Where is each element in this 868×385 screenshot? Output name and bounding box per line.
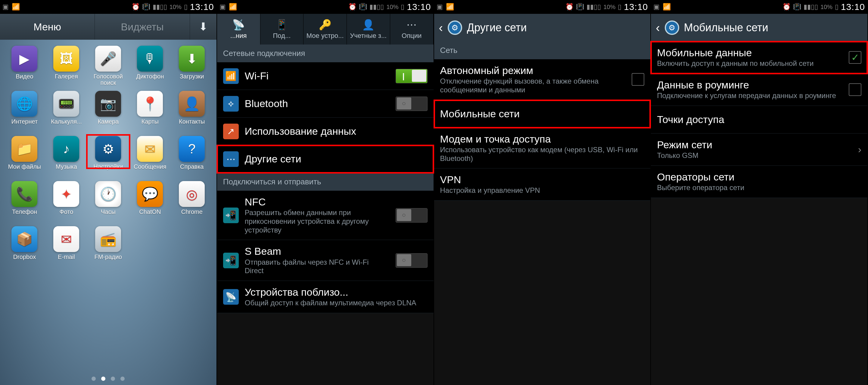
back-icon[interactable]: ‹ [439, 21, 443, 35]
section-network: Сеть [434, 41, 651, 59]
app-Настройки[interactable]: ⚙Настройки [88, 136, 129, 177]
screen-app-drawer: ▣📶 ⏰ 📳 ▮▮▯▯ 10% ▯ 13:10 Меню Виджеты ⬇ ▶… [0, 0, 217, 385]
toggle[interactable] [396, 97, 428, 111]
app-Мои файлы[interactable]: 📁Мои файлы [4, 136, 45, 177]
app-Dropbox[interactable]: 📦Dropbox [4, 226, 45, 267]
app-icon: 📞 [11, 181, 37, 207]
app-label: Музыка [56, 164, 77, 177]
app-label: ChatON [139, 209, 161, 222]
tab-widgets[interactable]: Виджеты [95, 14, 190, 40]
row-icon: 📶 [223, 68, 239, 84]
list-item[interactable]: ↗Использование данных [217, 117, 434, 145]
checkbox[interactable] [849, 83, 861, 96]
notification-icon: ▣ [653, 3, 660, 11]
app-label: Голосовой поиск [88, 73, 129, 86]
list-item[interactable]: ⟡Bluetooth [217, 90, 434, 117]
app-Камера[interactable]: 📷Камера [88, 91, 129, 132]
row-subtitle: Общий доступ к файлам мультимедиа через … [245, 299, 428, 307]
list-item[interactable]: 📶Wi-Fi [217, 62, 434, 90]
tab-label: ...ния [230, 32, 247, 40]
alarm-icon: ⏰ [348, 3, 356, 11]
alarm-icon: ⏰ [782, 3, 790, 11]
row-subtitle: Настройка и управление VPN [440, 186, 645, 195]
list-item[interactable]: VPNНастройка и управление VPN [434, 168, 651, 201]
app-ChatON[interactable]: 💬ChatON [130, 181, 170, 222]
app-Галерея[interactable]: 🖼Галерея [46, 46, 87, 86]
list-item[interactable]: 📡Устройства поблизо...Общий доступ к фай… [217, 281, 434, 313]
settings-tab[interactable]: 📱Под... [260, 14, 304, 44]
signal-icon: ▮▮▯▯ [804, 3, 818, 11]
download-icon[interactable]: ⬇ [190, 21, 216, 33]
settings-top-tabs: 📡...ния📱Под...🔑Мое устро...👤Учетные з...… [217, 14, 434, 44]
back-icon[interactable]: ‹ [656, 21, 660, 35]
list-item[interactable]: Данные в роумингеПодключение к услугам п… [651, 74, 867, 106]
app-Калькуля...[interactable]: 📟Калькуля... [46, 91, 87, 132]
row-subtitle: Только GSM [657, 151, 852, 160]
app-icon: 📦 [11, 226, 37, 252]
checkbox[interactable] [632, 73, 644, 86]
battery-icon: ▯ [401, 3, 404, 11]
app-Интернет[interactable]: 🌐Интернет [4, 91, 45, 132]
list-item[interactable]: Автономный режимОтключение функций вызов… [434, 59, 651, 100]
checkbox[interactable]: ✓ [849, 51, 861, 64]
section-connect-share: Подключиться и отправить [217, 173, 434, 191]
row-title: Устройства поблизо... [245, 286, 428, 298]
list-item[interactable]: Мобильные сети [434, 100, 651, 128]
list-item[interactable]: Мобильные данныеВключить доступ к данным… [651, 41, 867, 74]
app-Часы[interactable]: 🕐Часы [88, 181, 129, 222]
app-label: Справка [180, 164, 204, 177]
app-Загрузки[interactable]: ⬇Загрузки [172, 46, 212, 86]
settings-tab[interactable]: 🔑Мое устро... [304, 14, 347, 44]
settings-tab[interactable]: 👤Учетные з... [347, 14, 390, 44]
app-Видео[interactable]: ▶Видео [4, 46, 45, 86]
settings-tab[interactable]: ⋯Опции [390, 14, 434, 44]
toggle[interactable] [396, 69, 428, 83]
app-label: Сообщения [134, 164, 166, 177]
toggle[interactable] [396, 253, 428, 268]
app-icon: 🎤 [95, 46, 121, 72]
app-Голосовой поиск[interactable]: 🎤Голосовой поиск [88, 46, 129, 86]
row-title: Мобильные данные [657, 47, 843, 59]
app-Музыка[interactable]: ♪Музыка [46, 136, 87, 177]
tab-menu[interactable]: Меню [0, 14, 95, 40]
list-item[interactable]: ⋯Другие сети [217, 145, 434, 173]
list-item[interactable]: Режим сетиТолько GSM› [651, 134, 867, 166]
wifi-icon: 📶 [12, 3, 20, 11]
wifi-icon: 📶 [446, 3, 454, 11]
app-Телефон[interactable]: 📞Телефон [4, 181, 45, 222]
clock: 13:10 [624, 2, 648, 12]
app-Справка[interactable]: ?Справка [172, 136, 212, 177]
tab-label: Мое устро... [307, 32, 344, 40]
list-item[interactable]: Операторы сетиВыберите оператора сети [651, 166, 867, 198]
app-E-mail[interactable]: ✉E-mail [46, 226, 87, 267]
tab-label: Под... [273, 32, 291, 40]
app-label: Контакты [179, 118, 205, 132]
row-icon: 📲 [223, 253, 239, 268]
app-grid[interactable]: ▶Видео🖼Галерея🎤Голосовой поиск🎙Диктофон⬇… [0, 40, 216, 385]
app-FM-радио[interactable]: 📻FM-радио [88, 226, 129, 267]
app-icon: 🎙 [137, 46, 163, 72]
app-Фото[interactable]: ✦Фото [46, 181, 87, 222]
list-item[interactable]: Точки доступа [651, 106, 867, 134]
signal-icon: ▮▮▯▯ [587, 3, 601, 11]
list-item[interactable]: 📲S BeamОтправить файлы через NFC и Wi-Fi… [217, 240, 434, 281]
row-subtitle: Подключение к услугам передачи данных в … [657, 92, 843, 100]
app-Контакты[interactable]: 👤Контакты [172, 91, 212, 132]
app-Chrome[interactable]: ◎Chrome [172, 181, 212, 222]
app-label: Интернет [11, 118, 38, 132]
list-item[interactable]: 📲NFCРазрешить обмен данными при прикосно… [217, 191, 434, 240]
app-Карты[interactable]: 📍Карты [130, 91, 170, 132]
settings-tab[interactable]: 📡...ния [217, 14, 260, 44]
toggle[interactable] [396, 208, 428, 222]
row-title: Модем и точка доступа [440, 133, 645, 145]
app-Диктофон[interactable]: 🎙Диктофон [130, 46, 170, 86]
row-subtitle: Разрешить обмен данными при прикосновени… [245, 208, 390, 234]
row-title: VPN [440, 174, 645, 185]
app-icon: 📁 [11, 136, 37, 162]
list-item[interactable]: Модем и точка доступаИспользовать устрой… [434, 128, 651, 169]
app-label: Часы [101, 209, 116, 222]
app-label: Настройки [93, 164, 123, 177]
tab-icon: ⋯ [406, 19, 417, 31]
battery-text: 10% [820, 4, 833, 10]
app-Сообщения[interactable]: ✉Сообщения [130, 136, 170, 177]
